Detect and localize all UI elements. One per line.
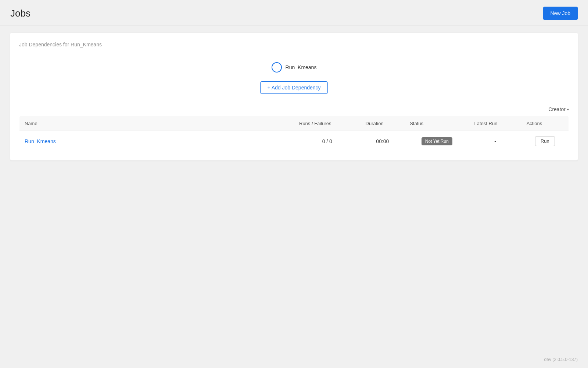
- new-job-button[interactable]: New Job: [543, 7, 578, 20]
- chevron-down-icon: ▾: [567, 107, 569, 112]
- col-header-status: Status: [405, 116, 469, 131]
- cell-name: Run_Kmeans: [19, 131, 294, 152]
- page-header: Jobs New Job: [0, 0, 588, 25]
- run-button[interactable]: Run: [535, 136, 555, 146]
- table-header: Name Runs / Failures Duration Status Lat…: [19, 116, 569, 131]
- cell-latest-run: -: [469, 131, 521, 152]
- table-body: Run_Kmeans 0 / 0 00:00 Not Yet Run - Run: [19, 131, 569, 152]
- col-header-name: Name: [19, 116, 294, 131]
- dependency-graph: Run_Kmeans + Add Job Dependency: [19, 55, 569, 105]
- cell-actions: Run: [521, 131, 569, 152]
- cell-status: Not Yet Run: [405, 131, 469, 152]
- page-title: Jobs: [10, 8, 31, 19]
- jobs-card: Job Dependencies for Run_Kmeans Run_Kmea…: [10, 33, 578, 160]
- creator-filter[interactable]: Creator ▾: [548, 106, 569, 112]
- job-node-label: Run_Kmeans: [286, 64, 317, 70]
- col-header-actions: Actions: [521, 116, 569, 131]
- cell-duration: 00:00: [361, 131, 405, 152]
- job-node: Run_Kmeans: [272, 62, 317, 72]
- table-row: Run_Kmeans 0 / 0 00:00 Not Yet Run - Run: [19, 131, 569, 152]
- add-dependency-button[interactable]: + Add Job Dependency: [260, 81, 327, 94]
- version-footer: dev (2.0.5.0-137): [544, 357, 578, 362]
- creator-row: Creator ▾: [19, 105, 569, 114]
- col-header-runs: Runs / Failures: [294, 116, 361, 131]
- job-node-circle: [272, 62, 282, 72]
- jobs-table: Name Runs / Failures Duration Status Lat…: [19, 116, 569, 152]
- status-badge: Not Yet Run: [422, 137, 452, 145]
- creator-filter-label: Creator: [548, 106, 566, 112]
- cell-runs-failures: 0 / 0: [294, 131, 361, 152]
- main-content: Job Dependencies for Run_Kmeans Run_Kmea…: [0, 25, 588, 168]
- job-link[interactable]: Run_Kmeans: [25, 138, 56, 144]
- section-title: Job Dependencies for Run_Kmeans: [19, 42, 569, 47]
- col-header-duration: Duration: [361, 116, 405, 131]
- col-header-latest-run: Latest Run: [469, 116, 521, 131]
- table-header-row: Name Runs / Failures Duration Status Lat…: [19, 116, 569, 131]
